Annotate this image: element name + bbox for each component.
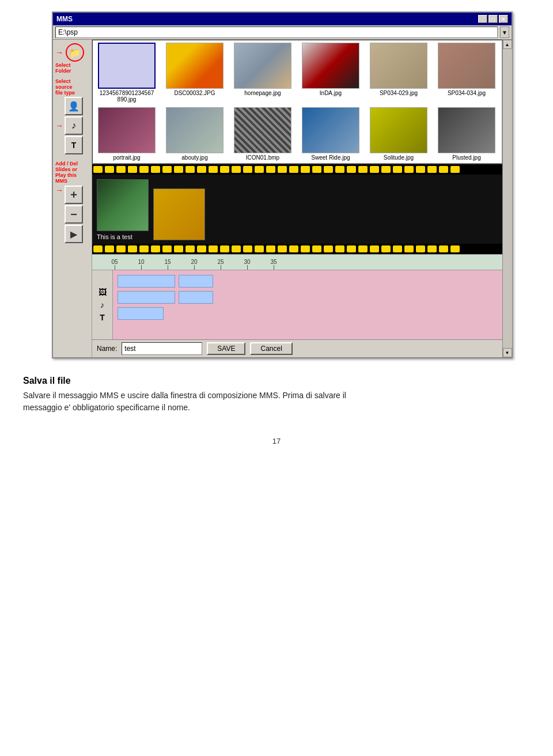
hole	[370, 245, 379, 252]
hole	[116, 166, 126, 173]
track-area: 🖼 ♪ T	[92, 270, 502, 339]
window-title: MMS	[56, 15, 73, 23]
thumb-item-11[interactable]: Solitude.jpg	[367, 107, 430, 161]
hole	[427, 245, 437, 252]
hole	[312, 166, 321, 173]
cancel-button[interactable]: Cancel	[250, 342, 292, 355]
address-input[interactable]	[55, 27, 498, 38]
hole	[439, 166, 448, 173]
hole	[416, 245, 425, 252]
name-bar: Name: SAVE Cancel	[92, 339, 502, 357]
hole	[174, 166, 183, 173]
hole	[162, 245, 172, 252]
remove-slide-button[interactable]: −	[65, 205, 83, 224]
address-bar: ▼	[53, 25, 512, 40]
minimize-btn[interactable]: _	[478, 15, 487, 23]
ruler-label-30: 30	[244, 259, 250, 265]
ruler-label-05: 05	[111, 259, 118, 265]
text-button[interactable]: T	[65, 136, 83, 154]
thumb-item-4[interactable]: InDA.jpg	[299, 43, 362, 103]
hole	[139, 166, 149, 173]
thumb-item-5[interactable]: SP034-029.jpg	[367, 43, 430, 103]
scroll-track[interactable]	[503, 49, 512, 348]
hole	[105, 166, 114, 173]
ruler-label-25: 25	[217, 259, 224, 265]
name-input[interactable]	[122, 342, 202, 355]
select-folder-arrow: →	[55, 48, 63, 57]
hole	[289, 245, 298, 252]
scroll-up-btn[interactable]: ▲	[503, 40, 512, 49]
ruler-label-35: 35	[270, 259, 276, 265]
track-block-5[interactable]	[118, 307, 164, 320]
thumb-name-11: Solitude.jpg	[384, 154, 414, 161]
hole	[335, 245, 344, 252]
thumb-img-10	[302, 107, 359, 153]
hole	[197, 245, 206, 252]
track-row-1	[118, 275, 498, 288]
address-dropdown[interactable]: ▼	[500, 27, 509, 38]
hole	[324, 245, 333, 252]
ruler-tick	[247, 265, 248, 270]
hole	[128, 245, 137, 252]
thumb-item-8[interactable]: abouty.jpg	[163, 107, 226, 161]
track-block-4[interactable]	[179, 291, 213, 304]
track-block-3[interactable]	[118, 291, 175, 304]
thumb-item-12[interactable]: Plusted.jpg	[435, 107, 498, 161]
thumb-name-8: abouty.jpg	[181, 154, 207, 161]
maximize-btn[interactable]: □	[488, 15, 498, 23]
hole	[151, 166, 160, 173]
select-folder-button[interactable]: 📁	[66, 43, 84, 62]
thumb-item-6[interactable]: SP034-034.jpg	[435, 43, 498, 103]
thumb-item-3[interactable]: homepage.jpg	[231, 43, 294, 103]
close-btn[interactable]: ×	[499, 15, 508, 23]
thumb-name-6: SP034-034.jpg	[448, 90, 486, 96]
hole	[266, 245, 275, 252]
page-number: 17	[12, 437, 541, 445]
thumb-item-2[interactable]: DSC00032.JPG	[163, 43, 226, 103]
track-row-2	[118, 291, 498, 304]
filmstrip-holes-bottom	[92, 244, 502, 254]
ruler-mark-20: 20	[181, 259, 207, 270]
track-block-1[interactable]	[118, 275, 175, 288]
person-button[interactable]: 👤	[65, 97, 83, 115]
track-icons: 🖼 ♪ T	[92, 270, 113, 339]
thumb-img-9	[234, 107, 291, 153]
thumb-img-2	[166, 43, 224, 89]
content-area: 12345678901234567890.jpg DSC00032.JPG ho…	[92, 40, 502, 357]
mms-window: MMS _ □ × ▼ → 📁 SelectFold	[52, 12, 513, 358]
slide-2[interactable]	[153, 188, 205, 240]
thumb-grid: 12345678901234567890.jpg DSC00032.JPG ho…	[93, 40, 502, 163]
description-body: Salvare il messaggio MMS e uscire dalla …	[23, 390, 530, 414]
thumb-img-6	[438, 43, 495, 89]
slide-1[interactable]	[97, 179, 149, 231]
track-row-3	[118, 307, 498, 320]
hole	[197, 166, 206, 173]
track-block-2[interactable]	[179, 275, 213, 288]
hole	[312, 245, 321, 252]
add-del-label: Add / DelSlides orPlay thisMMS	[55, 161, 78, 184]
select-source-group: Selectsourcefile type → 👤 ♪ T	[55, 79, 83, 155]
hole	[324, 166, 333, 173]
ruler-mark-15: 15	[154, 259, 181, 270]
hole	[139, 245, 149, 252]
hole	[427, 166, 437, 173]
save-button[interactable]: SAVE	[207, 342, 245, 355]
thumb-item-10[interactable]: Sweet Ride.jpg	[299, 107, 362, 161]
ruler-tick	[194, 265, 195, 270]
hole	[416, 166, 425, 173]
scroll-down-btn[interactable]: ▼	[503, 348, 512, 357]
music-button[interactable]: ♪	[65, 116, 83, 135]
ruler-mark-05: 05	[101, 259, 128, 270]
add-slide-button[interactable]: +	[65, 186, 83, 204]
title-bar-buttons: _ □ ×	[478, 15, 508, 23]
hole	[209, 245, 218, 252]
thumb-item-1[interactable]: 12345678901234567890.jpg	[95, 43, 158, 103]
ruler-mark-25: 25	[207, 259, 234, 270]
hole	[278, 166, 287, 173]
thumb-item-7[interactable]: portrait.jpg	[95, 107, 158, 161]
thumb-item-9[interactable]: ICON01.bmp	[231, 107, 294, 161]
play-button[interactable]: ▶	[65, 225, 83, 243]
thumb-img-7	[98, 107, 156, 153]
hole	[393, 245, 402, 252]
ruler-tick	[168, 265, 168, 270]
